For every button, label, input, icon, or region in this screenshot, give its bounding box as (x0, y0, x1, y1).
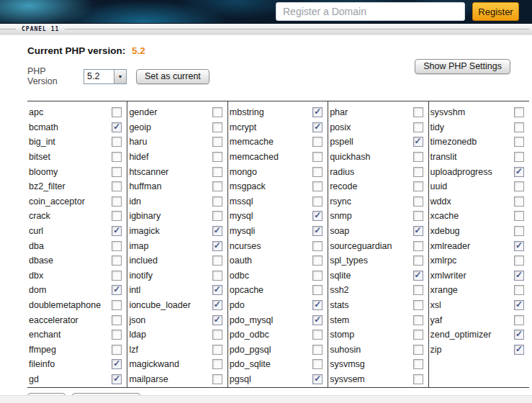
extension-checkbox[interactable] (413, 315, 423, 325)
extension-checkbox[interactable] (312, 285, 323, 295)
show-php-settings-button[interactable]: Show PHP Settings (415, 59, 510, 74)
extension-checkbox[interactable] (413, 374, 423, 384)
extension-checkbox[interactable] (312, 167, 323, 177)
extension-checkbox[interactable] (112, 300, 122, 310)
extension-checkbox[interactable]: ✓ (212, 241, 222, 251)
extension-checkbox[interactable] (514, 107, 524, 117)
extension-checkbox[interactable] (312, 345, 323, 355)
extension-checkbox[interactable] (312, 196, 323, 207)
extension-row: inclued (129, 253, 222, 268)
extension-checkbox[interactable]: ✓ (514, 241, 524, 251)
extension-checkbox[interactable] (112, 241, 122, 251)
extension-checkbox[interactable]: ✓ (312, 107, 323, 117)
extension-checkbox[interactable] (112, 330, 122, 340)
extension-checkbox[interactable] (413, 255, 423, 266)
domain-search-input[interactable] (276, 2, 465, 21)
extension-checkbox[interactable] (312, 152, 323, 162)
extension-checkbox[interactable] (413, 211, 423, 221)
extension-checkbox[interactable] (413, 330, 423, 340)
extension-checkbox[interactable] (514, 226, 524, 236)
extension-checkbox[interactable] (413, 359, 423, 369)
extension-checkbox[interactable] (413, 300, 423, 310)
extension-checkbox[interactable]: ✓ (413, 271, 423, 281)
extension-checkbox[interactable] (212, 211, 222, 221)
extension-checkbox[interactable]: ✓ (312, 226, 323, 236)
extension-checkbox[interactable] (212, 181, 222, 191)
extension-checkbox[interactable] (413, 107, 423, 117)
extension-checkbox[interactable]: ✓ (413, 226, 423, 236)
extension-checkbox[interactable] (212, 271, 222, 281)
extension-checkbox[interactable] (212, 137, 222, 147)
extension-checkbox[interactable] (312, 137, 323, 147)
extension-checkbox[interactable] (212, 107, 222, 117)
extension-checkbox[interactable]: ✓ (212, 226, 222, 236)
extension-checkbox[interactable]: ✓ (312, 211, 323, 221)
extension-checkbox[interactable]: ✓ (112, 374, 122, 384)
extension-checkbox[interactable] (212, 152, 222, 162)
extension-checkbox[interactable]: ✓ (514, 271, 524, 281)
extension-checkbox[interactable]: ✓ (212, 285, 222, 295)
extension-checkbox[interactable] (312, 271, 323, 281)
extension-checkbox[interactable] (312, 359, 323, 369)
register-button[interactable]: Register (472, 2, 519, 21)
extension-checkbox[interactable] (212, 359, 222, 369)
extension-checkbox[interactable] (514, 137, 524, 147)
extension-checkbox[interactable] (514, 255, 524, 266)
extension-checkbox[interactable] (514, 196, 524, 207)
extension-checkbox[interactable]: ✓ (212, 315, 222, 325)
extension-checkbox[interactable] (212, 255, 222, 266)
extension-checkbox[interactable] (112, 167, 122, 177)
extension-checkbox[interactable] (413, 167, 423, 177)
extension-checkbox[interactable]: ✓ (413, 137, 423, 147)
extension-checkbox[interactable] (212, 374, 222, 384)
extension-checkbox[interactable] (514, 181, 524, 191)
chevron-down-icon[interactable]: ▼ (114, 70, 126, 83)
php-version-select[interactable]: 5.2 ▼ (84, 69, 127, 84)
extension-checkbox[interactable]: ✓ (112, 359, 122, 369)
extension-checkbox[interactable] (112, 181, 122, 191)
extension-checkbox[interactable] (514, 211, 524, 221)
extension-checkbox[interactable] (112, 345, 122, 355)
extension-checkbox[interactable]: ✓ (514, 167, 524, 177)
extension-checkbox[interactable] (112, 255, 122, 266)
extension-checkbox[interactable] (413, 122, 423, 132)
extension-checkbox[interactable] (212, 345, 222, 355)
extension-checkbox[interactable] (212, 122, 222, 132)
extension-checkbox[interactable]: ✓ (514, 300, 524, 310)
extension-checkbox[interactable] (514, 315, 524, 325)
extension-checkbox[interactable] (413, 181, 423, 191)
extension-checkbox[interactable] (514, 285, 524, 295)
extension-checkbox[interactable]: ✓ (312, 300, 323, 310)
extension-checkbox[interactable] (413, 285, 423, 295)
extension-checkbox[interactable] (112, 211, 122, 221)
extension-checkbox[interactable]: ✓ (312, 122, 323, 132)
extension-checkbox[interactable]: ✓ (112, 122, 122, 132)
set-as-current-button[interactable]: Set as current (136, 69, 209, 84)
extension-checkbox[interactable]: ✓ (112, 226, 122, 236)
extension-checkbox[interactable] (112, 152, 122, 162)
extension-checkbox[interactable] (112, 107, 122, 117)
extension-checkbox[interactable]: ✓ (312, 315, 323, 325)
extension-checkbox[interactable] (514, 152, 524, 162)
extension-checkbox[interactable]: ✓ (312, 374, 323, 384)
extension-checkbox[interactable] (112, 271, 122, 281)
extension-checkbox[interactable] (312, 181, 323, 191)
extension-checkbox[interactable] (514, 122, 524, 132)
extension-checkbox[interactable] (312, 241, 323, 251)
extension-checkbox[interactable] (112, 196, 122, 207)
extension-checkbox[interactable]: ✓ (514, 345, 524, 355)
extension-checkbox[interactable] (112, 315, 122, 325)
extension-checkbox[interactable] (413, 345, 423, 355)
extension-checkbox[interactable] (413, 241, 423, 251)
extension-checkbox[interactable] (312, 330, 323, 340)
extension-checkbox[interactable] (212, 196, 222, 207)
extension-checkbox[interactable] (112, 137, 122, 147)
extension-checkbox[interactable] (413, 152, 423, 162)
extension-checkbox[interactable]: ✓ (212, 300, 222, 310)
extension-checkbox[interactable] (312, 255, 323, 266)
extension-checkbox[interactable] (212, 167, 222, 177)
extension-checkbox[interactable]: ✓ (514, 330, 524, 340)
extension-checkbox[interactable] (212, 330, 222, 340)
extension-checkbox[interactable]: ✓ (112, 285, 122, 295)
extension-checkbox[interactable] (413, 196, 423, 207)
